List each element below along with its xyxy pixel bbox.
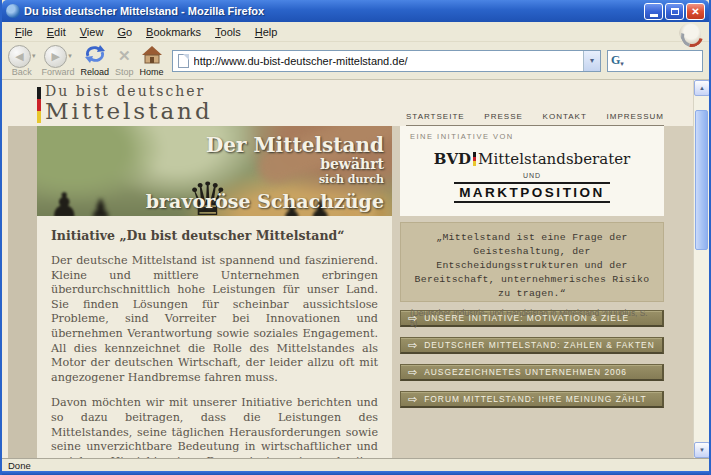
site-header: Du bist deutscher Mittelstand STARTSEITE… xyxy=(2,80,693,126)
back-icon: ◀ xyxy=(15,50,23,63)
minimize-icon xyxy=(650,14,658,17)
page-left-margin xyxy=(8,126,37,458)
arrow-right-icon: ⇨ xyxy=(408,367,417,378)
forward-label: Forward xyxy=(42,67,75,77)
chess-pawn-icon: ♟ xyxy=(89,196,112,216)
window-controls: ✕ xyxy=(644,3,705,20)
restore-button[interactable] xyxy=(665,3,684,20)
nav-startseite[interactable]: STARTSEITE xyxy=(406,112,465,121)
scroll-up-button[interactable]: ▲ xyxy=(694,80,710,96)
reload-button[interactable]: Reload xyxy=(79,44,112,77)
home-label: Home xyxy=(140,67,164,77)
search-input[interactable] xyxy=(626,55,699,67)
menu-tools[interactable]: Tools xyxy=(208,24,248,40)
home-icon xyxy=(142,45,162,68)
window-bottom-border xyxy=(2,471,709,475)
menu-view[interactable]: View xyxy=(73,24,111,40)
site-logo[interactable]: Du bist deutscher Mittelstand xyxy=(37,84,213,123)
button-ausgezeichnetes-unternehmen[interactable]: ⇨ AUSGEZEICHNETES UNTERNEHMEN 2006 xyxy=(400,364,664,381)
scroll-down-button[interactable]: ▼ xyxy=(694,442,710,458)
scroll-down-icon: ▼ xyxy=(699,447,705,453)
marktposition-logo-row: MARKTPOSITION xyxy=(410,182,654,203)
close-button[interactable]: ✕ xyxy=(686,3,705,20)
browser-window: Du bist deutscher Mittelstand - Mozilla … xyxy=(0,0,711,475)
quote-text: „Mittelstand ist eine Frage der Geistesh… xyxy=(410,231,654,301)
nav-impressum[interactable]: IMPRESSUM xyxy=(607,112,664,121)
urlbar-container: ▾ xyxy=(172,50,601,72)
logo-line1: Du bist deutscher xyxy=(45,84,213,99)
bvd-logo-pre: BVD xyxy=(434,150,471,168)
stop-icon: ✕ xyxy=(118,46,131,66)
button-forum-mittelstand[interactable]: ⇨ FORUM MITTELSTAND: IHRE MEINUNG ZÄHLT xyxy=(400,391,664,408)
forward-button[interactable]: ▶ ▾ Forward xyxy=(40,44,77,77)
menu-bar: File Edit View Go Bookmarks Tools Help xyxy=(2,22,709,42)
marktposition-logo: MARKTPOSITION xyxy=(454,182,610,203)
url-bar[interactable]: ▾ xyxy=(172,50,601,72)
back-dropdown-icon[interactable]: ▾ xyxy=(32,52,36,60)
arrow-right-icon: ⇨ xyxy=(408,394,417,405)
logo-line2: Mittelstand xyxy=(45,99,213,123)
firefox-app-icon xyxy=(6,4,20,18)
chess-pawn-icon: ♟ xyxy=(49,188,79,216)
hero-chess-image: ♟ ♟ ♛ ♟ ♟ ♟ ♝ Der Mittelstand bewährt si… xyxy=(37,126,392,216)
home-button[interactable]: Home xyxy=(138,44,166,77)
search-bar[interactable]: G ▾ xyxy=(607,50,703,72)
reload-label: Reload xyxy=(81,67,110,77)
url-input[interactable] xyxy=(194,55,583,67)
hero-headline: Der Mittelstand bewährt sich durch bravo… xyxy=(146,134,384,213)
forward-dropdown-icon[interactable]: ▾ xyxy=(68,52,72,60)
initiative-und: UND xyxy=(410,172,654,179)
hero-line1: Der Mittelstand xyxy=(146,134,384,156)
initiative-label: EINE INITIATIVE VON xyxy=(410,132,654,141)
chevron-down-icon: ▾ xyxy=(590,56,594,65)
button-label: UNSERE INITIATIVE: MOTIVATION & ZIELE xyxy=(424,313,629,323)
back-label: Back xyxy=(12,67,32,77)
menu-help[interactable]: Help xyxy=(248,24,285,40)
scroll-up-icon: ▲ xyxy=(699,85,705,91)
restore-icon xyxy=(671,8,679,15)
forward-icon: ▶ xyxy=(52,50,60,63)
back-button[interactable]: ◀ ▾ Back xyxy=(6,44,38,77)
sidebar: EINE INITIATIVE VON BVD Mittelstandsbera… xyxy=(400,126,664,418)
menu-bookmarks[interactable]: Bookmarks xyxy=(139,24,208,40)
navigation-toolbar: ◀ ▾ Back ▶ ▾ Forward xyxy=(2,42,709,80)
page-icon xyxy=(178,54,189,68)
button-label: DEUTSCHER MITTELSTAND: ZAHLEN & FAKTEN xyxy=(424,340,655,350)
button-unsere-initiative[interactable]: ⇨ UNSERE INITIATIVE: MOTIVATION & ZIELE xyxy=(400,310,664,327)
article-paragraph-2: Davon möchten wir mit unserer Initiative… xyxy=(51,396,378,458)
minimize-button[interactable] xyxy=(644,3,663,20)
hero-line2: bewährt xyxy=(146,156,384,173)
nav-presse[interactable]: PRESSE xyxy=(484,112,522,121)
german-flag-icon xyxy=(37,87,41,123)
browser-viewport: Du bist deutscher Mittelstand STARTSEITE… xyxy=(2,80,709,458)
search-engine-dropdown-icon[interactable]: ▾ xyxy=(620,60,624,68)
button-zahlen-fakten[interactable]: ⇨ DEUTSCHER MITTELSTAND: ZAHLEN & FAKTEN xyxy=(400,337,664,354)
bvd-logo: BVD Mittelstandsberater xyxy=(410,150,654,168)
scrollbar-thumb[interactable] xyxy=(695,110,708,250)
initiative-box: EINE INITIATIVE VON BVD Mittelstandsbera… xyxy=(400,126,664,216)
button-label: FORUM MITTELSTAND: IHRE MEINUNG ZÄHLT xyxy=(424,394,646,404)
menu-go[interactable]: Go xyxy=(110,24,139,40)
mozilla-logo-icon xyxy=(679,23,701,45)
article-heading: Initiative „Du bist deutscher Mittelstan… xyxy=(51,228,378,243)
button-label: AUSGEZEICHNETES UNTERNEHMEN 2006 xyxy=(424,367,627,377)
stop-button[interactable]: ✕ Stop xyxy=(113,44,136,77)
nav-kontakt[interactable]: KONTAKT xyxy=(543,112,587,121)
arrow-right-icon: ⇨ xyxy=(408,313,417,324)
stop-label: Stop xyxy=(115,67,134,77)
site-logo-text: Du bist deutscher Mittelstand xyxy=(45,84,213,123)
site-nav: STARTSEITE PRESSE KONTAKT IMPRESSUM xyxy=(406,112,664,126)
hero-line4: bravoröse Schachzüge xyxy=(146,189,384,213)
vertical-scrollbar[interactable]: ▲ ▼ xyxy=(693,80,709,458)
bvd-logo-post: Mittelstandsberater xyxy=(478,150,630,168)
reload-icon xyxy=(84,44,106,68)
web-page: Du bist deutscher Mittelstand STARTSEITE… xyxy=(2,80,693,458)
menu-edit[interactable]: Edit xyxy=(40,24,73,40)
menu-file[interactable]: File xyxy=(8,24,40,40)
title-bar[interactable]: Du bist deutscher Mittelstand - Mozilla … xyxy=(2,0,709,22)
google-search-icon[interactable]: G xyxy=(611,53,620,68)
status-bar: Done xyxy=(2,458,709,471)
url-dropdown-button[interactable]: ▾ xyxy=(583,51,600,71)
arrow-right-icon: ⇨ xyxy=(408,340,417,351)
status-text: Done xyxy=(8,460,31,471)
